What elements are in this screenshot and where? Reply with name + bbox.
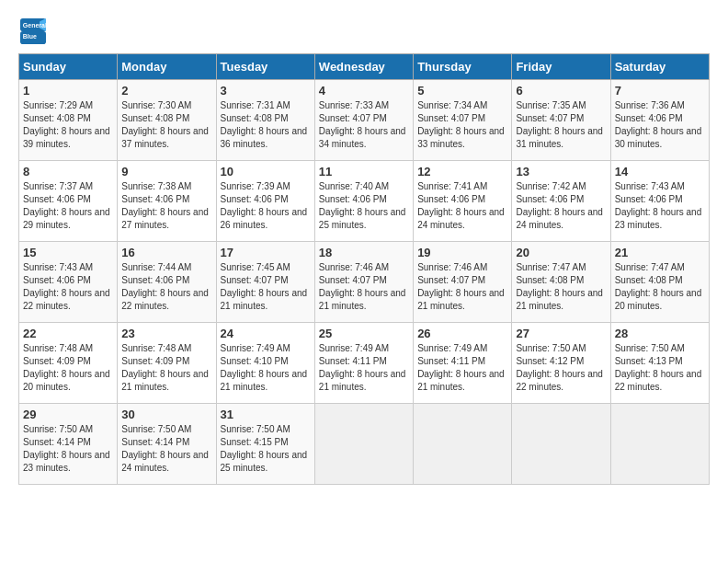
calendar-cell: 16Sunrise: 7:44 AMSunset: 4:06 PMDayligh… [118,242,216,323]
day-info: Sunrise: 7:41 AMSunset: 4:06 PMDaylight:… [417,180,507,232]
calendar-cell: 17Sunrise: 7:45 AMSunset: 4:07 PMDayligh… [216,242,314,323]
day-info: Sunrise: 7:44 AMSunset: 4:06 PMDaylight:… [121,261,211,313]
svg-text:Blue: Blue [23,33,37,40]
calendar-cell [610,404,709,485]
day-number: 27 [516,327,606,340]
day-number: 13 [516,165,606,178]
day-number: 12 [417,165,507,178]
day-number: 9 [121,165,211,178]
day-info: Sunrise: 7:31 AMSunset: 4:08 PMDaylight:… [221,99,311,151]
day-info: Sunrise: 7:29 AMSunset: 4:08 PMDaylight:… [23,99,113,151]
calendar-cell: 8Sunrise: 7:37 AMSunset: 4:06 PMDaylight… [19,161,118,242]
calendar-cell: 5Sunrise: 7:34 AMSunset: 4:07 PMDaylight… [414,80,512,161]
day-number: 8 [23,165,113,178]
day-number: 4 [319,84,409,98]
day-info: Sunrise: 7:50 AMSunset: 4:15 PMDaylight:… [221,423,311,475]
calendar-cell: 31Sunrise: 7:50 AMSunset: 4:15 PMDayligh… [216,404,314,485]
calendar-cell: 12Sunrise: 7:41 AMSunset: 4:06 PMDayligh… [414,161,512,242]
day-number: 22 [23,327,113,340]
calendar-cell [314,404,413,485]
logo: General Blue [18,18,46,44]
day-info: Sunrise: 7:43 AMSunset: 4:06 PMDaylight:… [23,261,113,313]
calendar-cell: 7Sunrise: 7:36 AMSunset: 4:06 PMDaylight… [610,80,709,161]
day-number: 23 [121,327,211,340]
calendar-cell: 26Sunrise: 7:49 AMSunset: 4:11 PMDayligh… [414,323,512,404]
calendar-cell: 22Sunrise: 7:48 AMSunset: 4:09 PMDayligh… [19,323,118,404]
calendar-cell: 24Sunrise: 7:49 AMSunset: 4:10 PMDayligh… [216,323,314,404]
day-number: 10 [221,165,311,178]
day-info: Sunrise: 7:50 AMSunset: 4:14 PMDaylight:… [23,423,113,475]
calendar-cell: 3Sunrise: 7:31 AMSunset: 4:08 PMDaylight… [216,80,314,161]
calendar-cell: 4Sunrise: 7:33 AMSunset: 4:07 PMDaylight… [314,80,413,161]
svg-text:General: General [23,22,46,29]
day-number: 7 [615,84,705,98]
day-number: 15 [23,246,113,259]
day-info: Sunrise: 7:40 AMSunset: 4:06 PMDaylight:… [319,180,409,232]
day-number: 21 [615,246,705,259]
day-number: 30 [121,408,211,421]
calendar-cell: 13Sunrise: 7:42 AMSunset: 4:06 PMDayligh… [512,161,610,242]
day-number: 11 [319,165,409,178]
day-number: 16 [121,246,211,259]
calendar-cell: 29Sunrise: 7:50 AMSunset: 4:14 PMDayligh… [19,404,118,485]
day-number: 2 [121,84,211,98]
day-number: 5 [417,84,507,98]
day-number: 28 [615,327,705,340]
day-info: Sunrise: 7:50 AMSunset: 4:14 PMDaylight:… [121,423,211,475]
header: General Blue [18,18,710,44]
day-number: 19 [417,246,507,259]
day-number: 1 [23,84,113,98]
day-info: Sunrise: 7:50 AMSunset: 4:13 PMDaylight:… [615,342,705,394]
weekday-header-monday: Monday [118,54,216,80]
weekday-header-sunday: Sunday [19,54,118,80]
day-info: Sunrise: 7:39 AMSunset: 4:06 PMDaylight:… [221,180,311,232]
calendar-cell: 23Sunrise: 7:48 AMSunset: 4:09 PMDayligh… [118,323,216,404]
calendar-cell: 27Sunrise: 7:50 AMSunset: 4:12 PMDayligh… [512,323,610,404]
calendar-cell: 18Sunrise: 7:46 AMSunset: 4:07 PMDayligh… [314,242,413,323]
day-info: Sunrise: 7:33 AMSunset: 4:07 PMDaylight:… [319,99,409,151]
calendar-cell: 28Sunrise: 7:50 AMSunset: 4:13 PMDayligh… [610,323,709,404]
day-info: Sunrise: 7:42 AMSunset: 4:06 PMDaylight:… [516,180,606,232]
calendar-cell: 15Sunrise: 7:43 AMSunset: 4:06 PMDayligh… [19,242,118,323]
day-info: Sunrise: 7:37 AMSunset: 4:06 PMDaylight:… [23,180,113,232]
calendar-cell: 10Sunrise: 7:39 AMSunset: 4:06 PMDayligh… [216,161,314,242]
day-info: Sunrise: 7:49 AMSunset: 4:11 PMDaylight:… [319,342,409,394]
day-info: Sunrise: 7:36 AMSunset: 4:06 PMDaylight:… [615,99,705,151]
calendar-cell: 14Sunrise: 7:43 AMSunset: 4:06 PMDayligh… [610,161,709,242]
day-number: 18 [319,246,409,259]
weekday-header-wednesday: Wednesday [314,54,413,80]
calendar-cell [512,404,610,485]
day-info: Sunrise: 7:30 AMSunset: 4:08 PMDaylight:… [121,99,211,151]
calendar-cell [414,404,512,485]
day-number: 29 [23,408,113,421]
day-info: Sunrise: 7:50 AMSunset: 4:12 PMDaylight:… [516,342,606,394]
calendar-cell: 2Sunrise: 7:30 AMSunset: 4:08 PMDaylight… [118,80,216,161]
weekday-header-friday: Friday [512,54,610,80]
day-number: 17 [221,246,311,259]
calendar-cell: 11Sunrise: 7:40 AMSunset: 4:06 PMDayligh… [314,161,413,242]
day-info: Sunrise: 7:49 AMSunset: 4:10 PMDaylight:… [221,342,311,394]
day-number: 25 [319,327,409,340]
calendar-table: SundayMondayTuesdayWednesdayThursdayFrid… [18,53,710,485]
day-info: Sunrise: 7:49 AMSunset: 4:11 PMDaylight:… [417,342,507,394]
calendar-cell: 20Sunrise: 7:47 AMSunset: 4:08 PMDayligh… [512,242,610,323]
day-info: Sunrise: 7:46 AMSunset: 4:07 PMDaylight:… [417,261,507,313]
calendar-cell: 9Sunrise: 7:38 AMSunset: 4:06 PMDaylight… [118,161,216,242]
weekday-header-tuesday: Tuesday [216,54,314,80]
day-info: Sunrise: 7:47 AMSunset: 4:08 PMDaylight:… [615,261,705,313]
day-info: Sunrise: 7:43 AMSunset: 4:06 PMDaylight:… [615,180,705,232]
day-number: 24 [221,327,311,340]
day-number: 6 [516,84,606,98]
day-number: 3 [221,84,311,98]
calendar-cell: 21Sunrise: 7:47 AMSunset: 4:08 PMDayligh… [610,242,709,323]
day-info: Sunrise: 7:47 AMSunset: 4:08 PMDaylight:… [516,261,606,313]
calendar-cell: 6Sunrise: 7:35 AMSunset: 4:07 PMDaylight… [512,80,610,161]
calendar-cell: 30Sunrise: 7:50 AMSunset: 4:14 PMDayligh… [118,404,216,485]
day-info: Sunrise: 7:34 AMSunset: 4:07 PMDaylight:… [417,99,507,151]
day-info: Sunrise: 7:48 AMSunset: 4:09 PMDaylight:… [23,342,113,394]
calendar-cell: 1Sunrise: 7:29 AMSunset: 4:08 PMDaylight… [19,80,118,161]
day-number: 20 [516,246,606,259]
day-info: Sunrise: 7:38 AMSunset: 4:06 PMDaylight:… [121,180,211,232]
day-info: Sunrise: 7:35 AMSunset: 4:07 PMDaylight:… [516,99,606,151]
day-number: 26 [417,327,507,340]
